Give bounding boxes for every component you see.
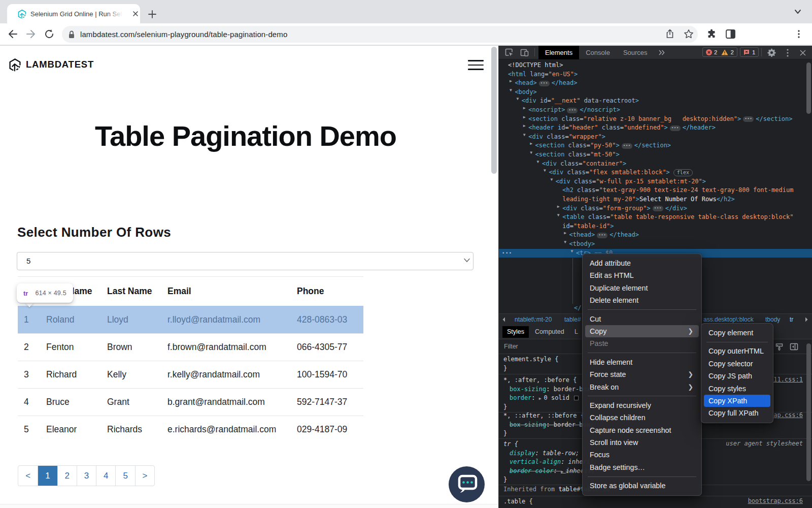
pagination-button-5[interactable]: 5 — [115, 466, 134, 486]
sidebar-tab-computed[interactable]: Computed — [530, 326, 569, 338]
bookmark-star-icon[interactable] — [684, 29, 694, 39]
table-row[interactable]: 1RolandLloydr.lloyd@randatmail.com428-08… — [18, 306, 363, 333]
collapsed-content-ellipsis[interactable]: ••• — [653, 206, 663, 211]
menu-item-hide-element[interactable]: Hide element — [585, 356, 699, 368]
css-rule-line[interactable]: } — [503, 403, 507, 412]
css-rule-line[interactable]: } — [503, 364, 507, 373]
share-icon[interactable] — [665, 29, 675, 39]
devtools-tab-sources[interactable]: Sources — [617, 46, 654, 59]
expand-arrow-icon[interactable]: ▶ — [539, 396, 544, 401]
tree-line[interactable]: <h2 class="text-gray-900 text-size-24 te… — [562, 186, 793, 195]
css-source-link[interactable]: ap.css:6 — [773, 411, 803, 419]
css-color-swatch[interactable] — [574, 396, 579, 400]
hamburger-menu-icon[interactable] — [468, 60, 484, 70]
css-rule-line[interactable]: } — [503, 475, 507, 485]
extensions-puzzle-icon[interactable] — [706, 29, 717, 39]
chat-widget-button[interactable] — [449, 466, 485, 502]
breadcrumb-item[interactable]: tr — [790, 314, 793, 325]
css-rule-line[interactable]: tr { — [503, 440, 518, 449]
devtools-menu-dots-icon[interactable] — [787, 49, 789, 57]
styles-scrollbar-thumb[interactable] — [806, 343, 811, 481]
css-rule-line[interactable]: *, :after, :before { — [503, 376, 577, 385]
css-rule-line[interactable]: display: table-row; — [510, 449, 579, 458]
tree-line[interactable]: <body> — [515, 88, 536, 97]
breadcrumb-item[interactable]: ntablet\:mt-20 — [515, 314, 552, 325]
collapsed-content-ellipsis[interactable]: ••• — [539, 81, 550, 86]
menu-item-focus[interactable]: Focus — [585, 449, 699, 461]
menu-item-scroll-into-view[interactable]: Scroll into view — [585, 436, 699, 449]
styles-filter-input[interactable]: Filter — [504, 339, 518, 354]
submenu-item-copy-xpath[interactable]: Copy XPath — [704, 395, 770, 407]
css-rule-line[interactable]: border: ▶ 0 solid — [510, 394, 580, 403]
tree-line[interactable]: <section class="mt-50"> — [535, 150, 620, 160]
issues-badge[interactable]: 1 — [740, 47, 759, 57]
pagination-button-2[interactable]: 2 — [57, 466, 77, 486]
submenu-item-copy-styles[interactable]: Copy styles — [704, 383, 770, 395]
browser-menu-dots-icon[interactable] — [795, 28, 803, 40]
devtools-tab-console[interactable]: Console — [579, 46, 617, 59]
menu-item-capture-node-screenshot[interactable]: Capture node screenshot — [585, 424, 699, 436]
menu-item-cut[interactable]: Cut — [585, 313, 699, 325]
tab-strip-chevron-icon[interactable] — [793, 9, 803, 15]
css-source-link[interactable]: user agent stylesheet — [726, 440, 803, 447]
menu-item-expand-recursively[interactable]: Expand recursively — [585, 399, 699, 411]
breadcrumb-scroll-left-icon[interactable] — [501, 316, 507, 323]
css-rule-line[interactable]: } — [503, 429, 507, 438]
browser-tab[interactable]: Selenium Grid Online | Run Sele — [7, 4, 140, 23]
css-rule-line[interactable]: box-sizing: border-box; — [510, 421, 594, 430]
breadcrumb-item[interactable]: table# — [564, 314, 581, 325]
table-row[interactable]: 2FentonBrownf.brown@randatmail.com066-43… — [18, 333, 363, 361]
tree-scrollbar-thumb[interactable] — [806, 62, 811, 114]
forward-button[interactable] — [25, 29, 37, 39]
devtools-close-icon[interactable] — [799, 49, 806, 56]
collapsed-content-ellipsis[interactable]: ••• — [597, 233, 607, 238]
menu-item-edit-as-html[interactable]: Edit as HTML — [585, 269, 699, 281]
tree-line[interactable]: <div class="form-group">•••</div> — [562, 204, 687, 213]
tree-line[interactable]: id="table-id"> — [562, 222, 614, 231]
tree-line[interactable]: <header id="header" class="undefined">••… — [528, 123, 716, 133]
collapsed-content-ellipsis[interactable]: ••• — [670, 125, 681, 131]
menu-item-paste[interactable]: Paste — [585, 337, 699, 350]
menu-item-badge-settings-[interactable]: Badge settings… — [585, 461, 699, 473]
tree-line[interactable]: <noscript>•••</noscript> — [528, 106, 620, 115]
url-text[interactable]: lambdatest.com/selenium-playground/table… — [80, 26, 287, 43]
menu-item-copy[interactable]: Copy❯ — [585, 325, 699, 337]
css-rule-line[interactable]: element.style { — [503, 355, 558, 364]
rows-select[interactable]: 5 — [17, 252, 473, 270]
submenu-item-copy-js-path[interactable]: Copy JS path — [704, 370, 770, 382]
tree-line[interactable]: <head>•••</head> — [515, 79, 577, 88]
device-toolbar-icon[interactable] — [520, 48, 529, 57]
flex-badge[interactable]: flex — [673, 169, 693, 176]
more-tabs-icon[interactable] — [654, 46, 669, 59]
lock-icon[interactable] — [67, 30, 76, 39]
tree-line[interactable]: <div class="w-full px-15 smtablet:mt-20"… — [556, 177, 706, 186]
submenu-item-copy-outerhtml[interactable]: Copy outerHTML — [704, 345, 770, 357]
tree-line[interactable]: <thead>•••</thead> — [569, 231, 639, 240]
pagination-button-3[interactable]: 3 — [77, 466, 96, 486]
pagination-button-next[interactable]: > — [135, 466, 154, 486]
sidebar-tab-l[interactable]: L — [570, 326, 583, 338]
tree-line[interactable]: <!DOCTYPE html> — [508, 61, 563, 70]
breadcrumb-scroll-right-icon[interactable] — [803, 316, 809, 323]
pagination-button-4[interactable]: 4 — [96, 466, 115, 486]
tree-line[interactable]: <section class="relative z-10 banner_bg … — [528, 115, 792, 124]
table-row[interactable]: 5EleanorRichardse.richards@randatmail.co… — [18, 416, 363, 443]
brush-icon[interactable] — [775, 342, 784, 351]
inspect-element-icon[interactable] — [505, 48, 514, 57]
collapsed-content-ellipsis[interactable]: ••• — [567, 108, 578, 113]
sidebar-toggle-icon[interactable] — [790, 342, 798, 351]
page-scrollbar-thumb[interactable] — [491, 47, 497, 174]
tree-row-more-dots[interactable]: ••• — [502, 249, 513, 258]
submenu-item-copy-full-xpath[interactable]: Copy full XPath — [704, 407, 770, 419]
back-button[interactable] — [7, 29, 18, 39]
menu-item-force-state[interactable]: Force state❯ — [585, 368, 699, 380]
pagination-button-1[interactable]: 1 — [38, 466, 57, 486]
menu-item-duplicate-element[interactable]: Duplicate element — [585, 282, 699, 294]
table-row[interactable]: 4BruceGrantb.grant@randatmail.com592-714… — [18, 388, 363, 416]
css-rule-line[interactable]: *, ::after, ::before { — [503, 411, 584, 421]
tree-line[interactable]: <div class="flex smtablet:block">flex — [549, 168, 693, 177]
tree-line[interactable]: <section class="py-50">•••</section> — [535, 141, 671, 150]
devtools-settings-gear-icon[interactable] — [767, 48, 776, 57]
tree-line[interactable]: <div class="container"> — [542, 160, 626, 169]
css-source-link[interactable]: 11.css:1 — [773, 376, 803, 383]
